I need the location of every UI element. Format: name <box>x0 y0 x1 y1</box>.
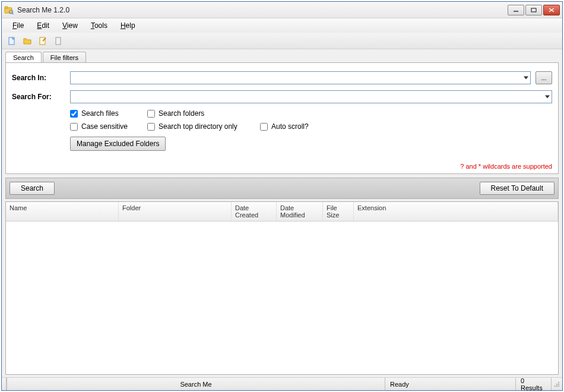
status-lead <box>2 378 7 390</box>
chevron-down-icon <box>545 96 550 99</box>
maximize-button[interactable] <box>525 5 542 15</box>
svg-rect-5 <box>531 8 536 12</box>
svg-rect-11 <box>56 37 61 45</box>
svg-point-13 <box>556 384 557 385</box>
results-header: Name Folder Date Created Date Modified F… <box>6 202 558 222</box>
checkbox-case-sensitive[interactable] <box>70 123 78 131</box>
status-app: Search Me <box>7 378 385 390</box>
svg-point-14 <box>558 384 559 385</box>
search-in-combo[interactable] <box>70 71 531 84</box>
check-search-folders[interactable]: Search folders <box>147 109 254 118</box>
svg-rect-1 <box>5 7 8 8</box>
svg-point-16 <box>556 385 557 387</box>
app-icon <box>4 5 14 15</box>
tabs: Search File filters <box>2 49 562 62</box>
col-date-created[interactable]: Date Created <box>232 202 277 221</box>
app-window: Search Me 1.2.0 File Edit View Tools Hel… <box>1 1 563 391</box>
menu-view[interactable]: View <box>56 20 84 31</box>
svg-point-15 <box>555 385 556 387</box>
col-name[interactable]: Name <box>6 202 119 221</box>
svg-line-3 <box>12 13 14 14</box>
menu-help[interactable]: Help <box>115 20 141 31</box>
search-for-combo[interactable] <box>70 90 552 103</box>
browse-button[interactable]: ... <box>536 71 552 84</box>
col-file-size[interactable]: File Size <box>323 202 354 221</box>
svg-rect-9 <box>40 37 45 45</box>
svg-point-17 <box>558 385 559 387</box>
titlebar[interactable]: Search Me 1.2.0 <box>2 2 562 18</box>
resize-grip-icon[interactable] <box>552 378 562 390</box>
options-grid: Search files Search folders Case sensiti… <box>70 109 552 131</box>
window-title: Search Me 1.2.0 <box>17 6 508 14</box>
reset-button[interactable]: Reset To Default <box>480 182 555 195</box>
action-bar: Search Reset To Default <box>5 178 559 199</box>
page-icon[interactable] <box>52 34 65 48</box>
chevron-down-icon <box>524 77 528 80</box>
close-button[interactable] <box>543 5 560 15</box>
checkbox-search-folders[interactable] <box>147 110 155 118</box>
minimize-button[interactable] <box>508 5 524 15</box>
checkbox-top-only[interactable] <box>147 123 155 131</box>
menu-edit[interactable]: Edit <box>31 20 55 31</box>
manage-excluded-button[interactable]: Manage Excluded Folders <box>70 137 166 151</box>
tab-search[interactable]: Search <box>5 52 42 62</box>
search-panel: Search In: ... Search For: Search files … <box>5 62 559 174</box>
tab-file-filters[interactable]: File filters <box>43 52 86 62</box>
toolbar <box>2 33 562 49</box>
search-in-label: Search In: <box>12 74 65 82</box>
status-results: 0 Results <box>516 378 552 390</box>
statusbar: Search Me Ready 0 Results <box>2 377 562 390</box>
check-search-files[interactable]: Search files <box>70 109 141 118</box>
search-for-label: Search For: <box>12 93 65 101</box>
open-folder-icon[interactable] <box>21 34 34 48</box>
checkbox-search-files[interactable] <box>70 110 78 118</box>
menubar: File Edit View Tools Help <box>2 18 562 33</box>
menu-file[interactable]: File <box>7 20 30 31</box>
col-date-modified[interactable]: Date Modified <box>277 202 323 221</box>
check-top-only[interactable]: Search top directory only <box>147 122 254 131</box>
new-file-icon[interactable] <box>5 34 18 48</box>
checkbox-auto-scroll[interactable] <box>260 123 268 131</box>
search-button[interactable]: Search <box>9 182 55 195</box>
window-controls <box>508 5 560 15</box>
status-state: Ready <box>385 378 516 390</box>
menu-tools[interactable]: Tools <box>85 20 113 31</box>
edit-icon[interactable] <box>36 34 49 48</box>
results-body[interactable] <box>6 222 558 374</box>
wildcard-hint: ? and * wildcards are supported <box>12 163 552 170</box>
col-extension[interactable]: Extension <box>354 202 558 221</box>
check-auto-scroll[interactable]: Auto scroll? <box>260 122 343 131</box>
results-list: Name Folder Date Created Date Modified F… <box>5 201 559 375</box>
col-folder[interactable]: Folder <box>119 202 232 221</box>
svg-point-12 <box>558 382 559 383</box>
check-case-sensitive[interactable]: Case sensitive <box>70 122 141 131</box>
